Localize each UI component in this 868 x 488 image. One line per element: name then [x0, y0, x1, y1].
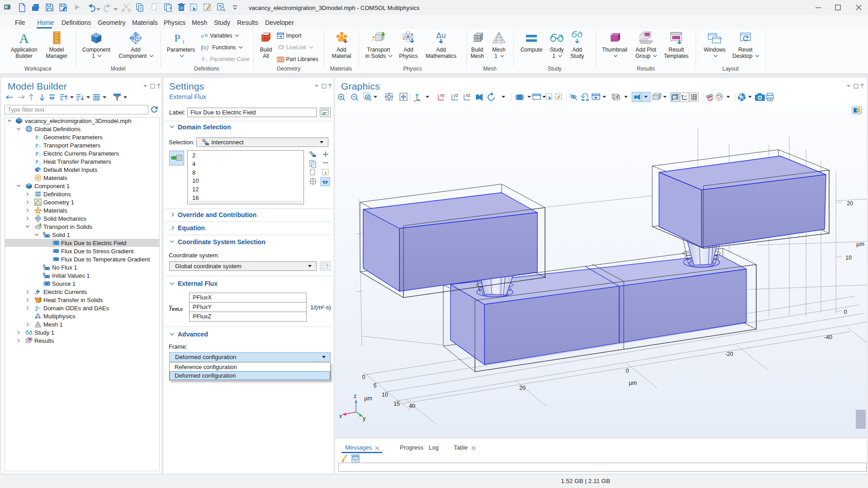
svg-text:i: i	[206, 59, 207, 62]
svg-text:0: 0	[362, 374, 365, 380]
svg-text:f(x): f(x)	[201, 44, 209, 51]
svg-text:0: 0	[626, 368, 629, 374]
svg-text:15: 15	[394, 401, 400, 407]
svg-text:z: z	[354, 393, 356, 399]
svg-text:i: i	[183, 38, 185, 45]
svg-text:xy: xy	[440, 93, 445, 98]
svg-text:xz: xz	[466, 93, 470, 98]
svg-text:10: 10	[382, 392, 388, 398]
svg-text:µm: µm	[629, 380, 637, 386]
svg-text:x: x	[339, 413, 342, 419]
svg-text:20: 20	[847, 200, 853, 207]
svg-text:µm: µm	[364, 395, 372, 402]
svg-text:y: y	[363, 415, 366, 422]
svg-text:P: P	[202, 56, 205, 62]
svg-text:a: a	[201, 32, 204, 39]
svg-text:-20: -20	[725, 351, 733, 357]
svg-text:5: 5	[374, 383, 377, 389]
svg-text:0: 0	[844, 309, 847, 315]
svg-text:A: A	[19, 31, 29, 45]
svg-text:Δu: Δu	[436, 31, 446, 40]
svg-text:µm: µm	[856, 241, 864, 247]
svg-text:-40: -40	[824, 334, 832, 341]
svg-text:20: 20	[519, 385, 526, 391]
svg-text:P: P	[174, 32, 180, 44]
svg-text:10: 10	[845, 255, 852, 261]
svg-text:40: 40	[409, 403, 415, 409]
svg-text:yz: yz	[454, 93, 458, 98]
